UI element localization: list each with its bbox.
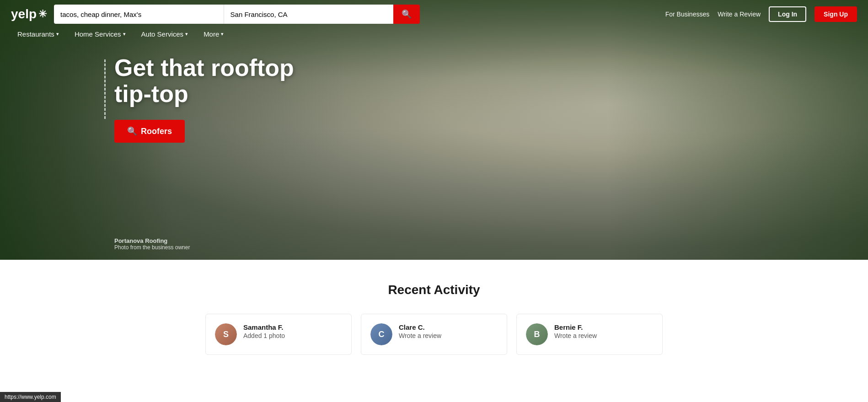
- chevron-down-icon: ▾: [123, 31, 126, 37]
- nav-home-services-label: Home Services: [75, 30, 121, 38]
- avatar-clare: C: [370, 323, 392, 345]
- search-icon: 🔍: [402, 10, 412, 19]
- chevron-down-icon: ▾: [56, 31, 59, 37]
- activity-action-samantha: Added 1 photo: [243, 332, 342, 339]
- avatar-samantha: S: [215, 323, 237, 345]
- avatar-bernie: B: [526, 323, 548, 345]
- nav-item-restaurants[interactable]: Restaurants ▾: [11, 27, 65, 42]
- chevron-down-icon: ▾: [185, 31, 188, 37]
- hero-title: Get that rooftop tip-top: [114, 55, 294, 107]
- avatar-samantha-img: S: [215, 323, 237, 345]
- logo-text: yelp: [11, 7, 37, 21]
- hero-cta-label: Roofers: [141, 127, 172, 136]
- search-where-input[interactable]: [224, 5, 394, 24]
- logo-burst-icon: ✳: [38, 8, 47, 20]
- hero-photo-desc: Photo from the business owner: [114, 244, 190, 251]
- activity-user-bernie: Bernie F.: [554, 323, 653, 331]
- activity-cards: S Samantha F. Added 1 photo C Clare C. W…: [160, 314, 708, 355]
- search-button[interactable]: 🔍: [393, 5, 420, 24]
- search-bar: 🔍: [54, 5, 420, 24]
- hero-title-line1: Get that rooftop: [114, 54, 294, 81]
- nav-more-label: More: [204, 30, 219, 38]
- hero-photo-business: Portanova Roofing: [114, 237, 190, 244]
- search-what-input[interactable]: [54, 5, 224, 24]
- hero-content: Get that rooftop tip-top 🔍 Roofers: [114, 55, 294, 143]
- nav-item-home-services[interactable]: Home Services ▾: [68, 27, 132, 42]
- hero-accent-line: [104, 59, 106, 119]
- nav-bar: Restaurants ▾ Home Services ▾ Auto Servi…: [0, 27, 868, 42]
- signup-button[interactable]: Sign Up: [814, 6, 857, 22]
- nav-auto-services-label: Auto Services: [141, 30, 184, 38]
- recent-activity-section: Recent Activity S Samantha F. Added 1 ph…: [0, 260, 868, 369]
- activity-card-bernie: B Bernie F. Wrote a review: [516, 314, 663, 355]
- activity-user-samantha: Samantha F.: [243, 323, 342, 331]
- activity-action-clare: Wrote a review: [399, 332, 498, 339]
- activity-card-samantha: S Samantha F. Added 1 photo: [205, 314, 352, 355]
- hero-title-line2: tip-top: [114, 80, 188, 107]
- hero-cta-button[interactable]: 🔍 Roofers: [114, 120, 185, 143]
- nav-item-auto-services[interactable]: Auto Services ▾: [135, 27, 195, 42]
- nav-item-more[interactable]: More ▾: [197, 27, 230, 42]
- activity-action-bernie: Wrote a review: [554, 332, 653, 339]
- for-businesses-link[interactable]: For Businesses: [665, 11, 709, 18]
- nav-restaurants-label: Restaurants: [17, 30, 54, 38]
- hero-photo-credit: Portanova Roofing Photo from the busines…: [114, 237, 190, 251]
- avatar-bernie-img: B: [526, 323, 548, 345]
- search-icon: 🔍: [127, 126, 137, 136]
- site-header: yelp✳ 🔍 For Businesses Write a Review Lo…: [0, 0, 868, 28]
- activity-card-clare: C Clare C. Wrote a review: [361, 314, 507, 355]
- activity-user-clare: Clare C.: [399, 323, 498, 331]
- login-button[interactable]: Log In: [769, 6, 806, 22]
- header-links: For Businesses Write a Review Log In Sig…: [665, 6, 857, 22]
- write-review-link[interactable]: Write a Review: [718, 11, 761, 18]
- chevron-down-icon: ▾: [221, 31, 224, 37]
- hero-section: yelp✳ 🔍 For Businesses Write a Review Lo…: [0, 0, 868, 260]
- yelp-logo[interactable]: yelp✳: [11, 7, 47, 21]
- recent-activity-title: Recent Activity: [11, 283, 857, 297]
- activity-info-bernie: Bernie F. Wrote a review: [554, 323, 653, 339]
- activity-info-clare: Clare C. Wrote a review: [399, 323, 498, 339]
- avatar-clare-img: C: [370, 323, 392, 345]
- activity-info-samantha: Samantha F. Added 1 photo: [243, 323, 342, 339]
